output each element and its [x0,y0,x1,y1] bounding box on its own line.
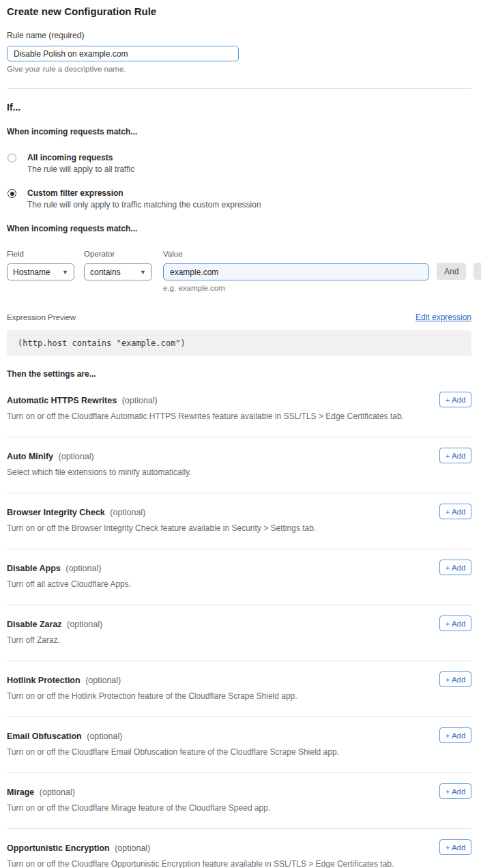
setting-row-opportunistic-encryption: Opportunistic Encryption (optional) Turn… [7,829,471,868]
section-divider [7,88,471,89]
rule-name-label: Rule name (required) [7,31,471,40]
setting-description: Turn on or off the Hotlink Protection fe… [7,691,471,701]
setting-name: Disable Zaraz [7,620,62,629]
chevron-down-icon: ▼ [140,269,146,276]
setting-name: Disable Apps [7,564,61,573]
match-heading: When incoming requests match... [7,127,471,136]
add-setting-button[interactable]: + Add [439,504,471,519]
setting-optional-tag: (optional) [67,620,102,629]
rule-name-section: Rule name (required) Give your rule a de… [7,31,471,73]
expression-preview-label: Expression Preview [7,313,76,321]
radio-button-icon[interactable] [8,154,16,162]
setting-row-email-obfuscation: Email Obfuscation (optional) Turn on or … [7,717,471,773]
add-setting-button[interactable]: + Add [439,616,471,631]
field-label: Field [7,250,74,258]
request-match-radio-group: All incoming requests The rule will appl… [7,153,471,209]
setting-optional-tag: (optional) [115,843,150,853]
setting-optional-tag: (optional) [122,396,158,405]
add-setting-button[interactable]: + Add [439,560,471,575]
setting-description: Turn on or off the Cloudflare Opportunis… [7,859,471,868]
operator-select-value: contains [90,267,121,277]
setting-optional-tag: (optional) [87,732,122,741]
setting-name: Browser Integrity Check [7,508,105,517]
setting-name: Email Obfuscation [7,732,82,741]
setting-row-disable-zaraz: Disable Zaraz (optional) Turn off Zaraz.… [7,605,471,661]
setting-name: Automatic HTTPS Rewrites [7,396,117,405]
value-label: Value [163,250,429,258]
add-setting-button[interactable]: + Add [439,783,471,799]
setting-row-hotlink-protection: Hotlink Protection (optional) Turn on or… [7,661,471,717]
rule-name-helper: Give your rule a descriptive name. [7,65,471,73]
add-setting-button[interactable]: + Add [439,392,471,407]
operator-select[interactable]: contains ▼ [84,263,152,280]
setting-row-disable-apps: Disable Apps (optional) Turn off all act… [7,549,471,605]
setting-optional-tag: (optional) [40,787,75,797]
field-select[interactable]: Hostname ▼ [7,263,74,280]
chevron-down-icon: ▼ [62,269,68,276]
setting-row-automatic-https-rewrites: Automatic HTTPS Rewrites (optional) Turn… [7,381,471,437]
expression-builder-heading: When incoming requests match... [7,224,471,233]
setting-row-mirage: Mirage (optional) Turn on or off the Clo… [7,773,471,829]
value-helper: e.g. example.com [163,284,429,292]
setting-optional-tag: (optional) [110,508,145,517]
field-select-value: Hostname [13,267,50,277]
setting-row-browser-integrity-check: Browser Integrity Check (optional) Turn … [7,493,471,549]
setting-name: Mirage [7,787,34,797]
setting-description: Turn off Zaraz. [7,635,471,645]
edit-expression-link[interactable]: Edit expression [416,313,471,322]
setting-optional-tag: (optional) [59,452,94,461]
radio-option-all-incoming-requests[interactable]: All incoming requests The rule will appl… [7,153,471,174]
and-button[interactable]: And [437,263,466,280]
radio-option-custom-filter-expression[interactable]: Custom filter expression The rule will o… [7,188,471,209]
setting-description: Select which file extensions to minify a… [7,467,471,477]
add-setting-button[interactable]: + Add [439,671,471,687]
setting-name: Hotlink Protection [7,676,81,685]
operator-label: Operator [84,250,152,258]
or-button[interactable]: Or [473,263,481,280]
radio-option-description: The rule will apply to all traffic [27,164,134,174]
setting-description: Turn off all active Cloudflare Apps. [7,579,471,589]
setting-description: Turn on or off the Cloudflare Automatic … [7,411,471,421]
create-configuration-rule-page: Create new Configuration Rule Rule name … [0,0,481,868]
radio-option-label: All incoming requests [27,153,134,162]
setting-name: Opportunistic Encryption [7,843,110,853]
page-title: Create new Configuration Rule [7,5,471,17]
add-setting-button[interactable]: + Add [439,448,471,463]
then-settings-heading: Then the settings are... [7,369,471,379]
radio-option-label: Custom filter expression [27,188,261,198]
setting-description: Turn on or off the Browser Integrity Che… [7,523,471,533]
if-heading: If... [7,102,471,113]
setting-row-auto-minify: Auto Minify (optional) Select which file… [7,437,471,493]
radio-option-description: The rule will only apply to traffic matc… [27,200,261,209]
settings-list: Automatic HTTPS Rewrites (optional) Turn… [7,381,471,868]
radio-button-icon[interactable] [8,189,16,198]
setting-description: Turn on or off the Cloudflare Mirage fea… [7,803,471,813]
setting-optional-tag: (optional) [85,676,121,685]
setting-description: Turn on or off the Cloudflare Email Obfu… [7,747,471,757]
setting-name: Auto Minify [7,452,53,461]
add-setting-button[interactable]: + Add [439,727,471,743]
expression-preview-code: (http.host contains "example.com") [7,330,471,356]
add-setting-button[interactable]: + Add [439,839,471,855]
value-input[interactable] [163,263,429,280]
setting-optional-tag: (optional) [65,564,101,573]
expression-builder: Field Hostname ▼ Operator contains ▼ Val… [7,250,471,292]
rule-name-input[interactable] [7,46,239,61]
